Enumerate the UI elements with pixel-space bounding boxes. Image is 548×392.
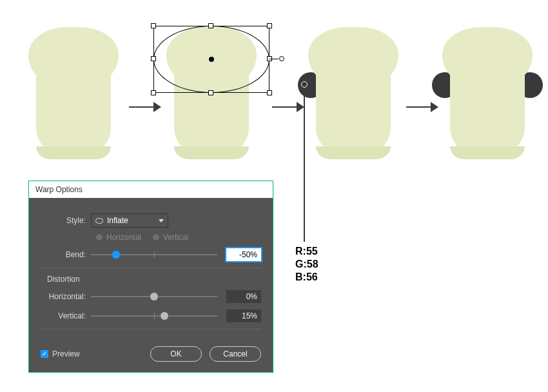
dist-h-value-input[interactable]: 0% bbox=[226, 290, 261, 303]
bend-label: Bend: bbox=[41, 250, 91, 259]
rgb-r-value: R:55 bbox=[295, 245, 318, 258]
rgb-g-value: G:58 bbox=[295, 258, 318, 271]
slider-thumb[interactable] bbox=[160, 311, 169, 320]
handle-top-left[interactable] bbox=[151, 23, 156, 28]
body-shadow bbox=[316, 146, 391, 159]
selection-bounding-box[interactable] bbox=[153, 26, 269, 93]
style-value: Inflate bbox=[107, 216, 128, 225]
ok-button[interactable]: OK bbox=[150, 346, 202, 362]
rgb-readout: R:55 G:58 B:56 bbox=[295, 245, 318, 284]
preview-label: Preview bbox=[52, 349, 80, 358]
body-shadow bbox=[450, 146, 525, 159]
axis-h-label: Horizontal bbox=[106, 233, 141, 242]
axis-vertical-radio[interactable]: Vertical bbox=[153, 233, 188, 242]
rotate-handle[interactable] bbox=[279, 56, 284, 61]
warp-options-dialog: Warp Options Style: Inflate Horizontal V… bbox=[28, 181, 273, 373]
head-shape bbox=[442, 27, 533, 85]
rgb-b-value: B:56 bbox=[295, 271, 318, 284]
dist-v-label: Vertical: bbox=[41, 311, 91, 320]
bend-slider[interactable] bbox=[91, 248, 217, 261]
head-shape bbox=[28, 27, 119, 85]
handle-bottom-mid[interactable] bbox=[208, 90, 213, 95]
handle-top-mid[interactable] bbox=[208, 23, 213, 28]
head-shape bbox=[308, 27, 398, 85]
handle-mid-left[interactable] bbox=[151, 56, 156, 61]
dist-v-value-input[interactable]: 15% bbox=[226, 309, 261, 322]
style-dropdown[interactable]: Inflate bbox=[91, 213, 168, 228]
preview-checkbox[interactable]: ✓ Preview bbox=[41, 349, 80, 358]
handle-bottom-left[interactable] bbox=[151, 90, 156, 95]
arrow-icon bbox=[406, 102, 438, 112]
radio-icon bbox=[153, 234, 159, 240]
dialog-title[interactable]: Warp Options bbox=[29, 181, 273, 198]
handle-bottom-right[interactable] bbox=[267, 90, 272, 95]
bend-value-input[interactable]: -50% bbox=[226, 248, 261, 261]
dist-v-slider[interactable] bbox=[91, 309, 217, 322]
divider bbox=[41, 329, 261, 329]
axis-horizontal-radio[interactable]: Horizontal bbox=[96, 233, 141, 242]
radio-icon bbox=[96, 234, 103, 240]
cancel-button[interactable]: Cancel bbox=[210, 346, 261, 362]
handle-top-right[interactable] bbox=[267, 23, 272, 28]
body-shadow bbox=[36, 146, 111, 159]
inflate-icon bbox=[95, 218, 103, 224]
divider bbox=[41, 268, 261, 268]
slider-thumb[interactable] bbox=[150, 292, 159, 301]
slider-thumb[interactable] bbox=[112, 250, 121, 259]
callout-anchor-dot bbox=[301, 81, 308, 88]
axis-v-label: Vertical bbox=[163, 233, 188, 242]
body-shadow bbox=[174, 146, 249, 159]
style-label: Style: bbox=[41, 216, 91, 225]
checkmark-icon: ✓ bbox=[41, 350, 48, 358]
axis-radio-group: Horizontal Vertical bbox=[41, 233, 261, 242]
chevron-down-icon bbox=[159, 219, 164, 222]
dist-h-label: Horizontal: bbox=[41, 292, 91, 301]
arrow-icon bbox=[129, 102, 161, 112]
callout-line bbox=[304, 84, 305, 242]
dist-h-slider[interactable] bbox=[91, 290, 217, 303]
distortion-label: Distortion bbox=[47, 275, 261, 284]
arrow-icon bbox=[272, 102, 304, 112]
